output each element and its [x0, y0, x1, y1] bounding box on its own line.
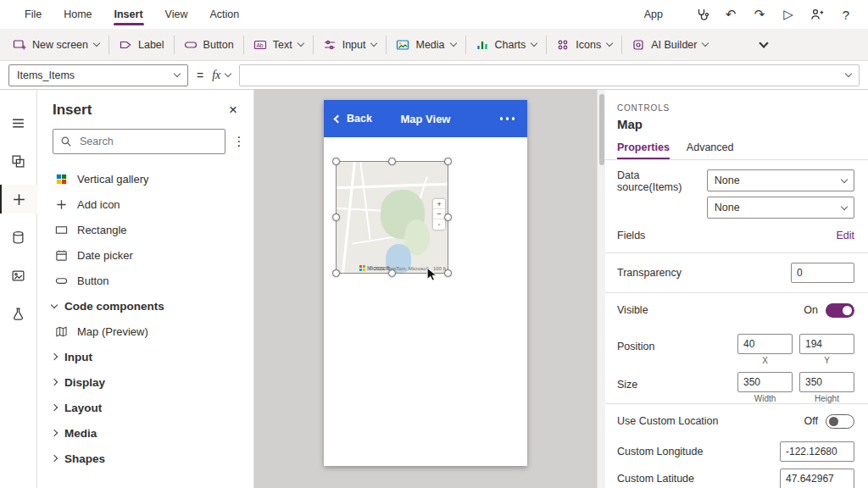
map-road [359, 162, 370, 240]
selection-handle-nw[interactable] [332, 158, 340, 165]
formula-expand-chevron-icon[interactable] [845, 70, 852, 77]
insert-panel-header: Insert × [37, 90, 253, 124]
data-source-select-2[interactable]: None [707, 197, 854, 219]
scrollbar-thumb[interactable] [599, 94, 604, 165]
insert-search-row: ⋮ [37, 124, 253, 163]
insert-item-add-icon[interactable]: Add icon [37, 191, 253, 217]
transparency-input[interactable] [791, 263, 854, 283]
rail-tree-view-item[interactable] [0, 147, 37, 175]
app-checker-icon[interactable] [688, 2, 715, 27]
more-options-icon[interactable]: ⋮ [231, 134, 247, 149]
rail-menu-item[interactable] [0, 108, 37, 137]
media-button[interactable]: Media [387, 29, 465, 60]
tree-view-icon [11, 154, 25, 169]
selection-handle-se[interactable] [444, 269, 452, 277]
selection-handle-w[interactable] [332, 214, 340, 221]
fields-edit-link[interactable]: Edit [836, 230, 854, 241]
menu-action[interactable]: Action [198, 0, 250, 29]
app-screen-preview[interactable]: Map View Back [324, 100, 527, 466]
visible-state-label: On [804, 304, 818, 316]
insert-plus-icon [12, 192, 26, 207]
left-rail [0, 90, 37, 488]
label-button[interactable]: Label [109, 29, 174, 60]
size-height-input[interactable] [799, 372, 854, 392]
menu-view[interactable]: View [154, 0, 199, 29]
more-dots-icon[interactable] [498, 112, 517, 125]
back-button[interactable]: Back [335, 113, 372, 125]
insert-item-vertical-gallery[interactable]: Vertical gallery [37, 166, 253, 191]
undo-icon[interactable]: ↶ [717, 2, 744, 27]
text-button[interactable]: Ab Text [244, 29, 313, 60]
rail-media-item[interactable] [0, 261, 37, 290]
insert-group-display[interactable]: Display [37, 369, 253, 395]
zoom-in-button[interactable]: + [433, 199, 445, 209]
insert-group-label: Layout [64, 402, 102, 414]
use-custom-location-row: Use Custom Location Off [605, 404, 868, 438]
data-source-select-1[interactable]: None [707, 169, 854, 191]
tab-advanced[interactable]: Advanced [687, 141, 734, 159]
icons-button[interactable]: Icons [547, 29, 621, 60]
ribbon-overflow-button[interactable] [751, 29, 776, 60]
canvas-scrollbar[interactable] [597, 90, 605, 488]
main-area: Insert × ⋮ Vertical gallery [0, 90, 868, 488]
menu-file[interactable]: File [14, 0, 53, 29]
insert-item-label: Button [77, 274, 109, 287]
selection-handle-e[interactable] [444, 214, 452, 221]
insert-group-code-components[interactable]: Code components [37, 293, 253, 319]
zoom-out-button[interactable]: − [433, 209, 445, 219]
insert-group-media[interactable]: Media [37, 420, 253, 446]
chevron-down-icon [841, 175, 848, 182]
size-height-sublabel: Height [815, 394, 839, 403]
chevron-right-icon [51, 353, 58, 360]
map-compass-button[interactable]: ◦ [433, 219, 445, 230]
rail-data-item[interactable] [0, 223, 37, 252]
map-zoom-control: + − ◦ [433, 199, 445, 230]
menu-insert[interactable]: Insert [103, 0, 154, 29]
size-width-input[interactable] [737, 372, 793, 392]
redo-icon[interactable]: ↷ [746, 2, 773, 27]
custom-longitude-input[interactable] [780, 441, 854, 462]
chevron-right-icon [51, 379, 58, 385]
formula-input[interactable] [239, 64, 860, 86]
selection-handle-ne[interactable] [444, 158, 452, 165]
insert-group-shapes[interactable]: Shapes [37, 446, 253, 471]
custom-latitude-input[interactable] [780, 469, 854, 488]
insert-item-map-preview[interactable]: Map (Preview) [37, 319, 253, 344]
close-icon[interactable]: × [223, 102, 243, 119]
fx-button[interactable]: fx [212, 69, 231, 82]
selection-handle-n[interactable] [388, 158, 396, 165]
search-input[interactable] [53, 129, 225, 154]
insert-item-rectangle[interactable]: Rectangle [37, 217, 253, 242]
help-icon[interactable]: ? [832, 2, 860, 27]
new-screen-button[interactable]: New screen [3, 29, 108, 60]
map-control-selection[interactable]: + − ◦ Microsoft © 2021 TomTom, Microsoft… [337, 162, 448, 273]
share-user-icon[interactable] [804, 2, 831, 27]
position-y-input[interactable] [799, 334, 854, 354]
use-custom-location-toggle[interactable]: Off [804, 414, 854, 429]
insert-group-input[interactable]: Input [37, 344, 253, 369]
size-row: Size Width Height [605, 365, 868, 403]
rail-advanced-tools-item[interactable] [0, 299, 37, 328]
design-canvas[interactable]: Map View Back [254, 90, 597, 488]
menu-home[interactable]: Home [53, 0, 103, 29]
rail-insert-item[interactable] [0, 185, 37, 214]
insert-item-label: Map (Preview) [77, 325, 148, 338]
position-x-input[interactable] [737, 334, 793, 354]
charts-button[interactable]: Charts [466, 29, 547, 60]
insert-item-date-picker[interactable]: Date picker [37, 242, 253, 268]
ai-builder-button[interactable]: AI Builder [622, 29, 717, 60]
selection-handle-sw[interactable] [332, 269, 340, 277]
insert-item-button[interactable]: Button [37, 268, 253, 293]
tab-properties[interactable]: Properties [617, 141, 670, 159]
property-selector[interactable]: Items_Items [8, 64, 188, 86]
insert-group-layout[interactable]: Layout [37, 395, 253, 420]
button-button[interactable]: Button [175, 29, 243, 60]
play-icon[interactable]: ▷ [775, 2, 802, 27]
selection-handle-s[interactable] [388, 269, 396, 277]
input-button[interactable]: Input [314, 29, 387, 60]
data-source-value-2: None [715, 202, 740, 214]
visible-toggle[interactable]: On [804, 303, 854, 318]
chevron-down-icon [297, 40, 303, 47]
plus-icon [53, 198, 69, 211]
map-control[interactable]: + − ◦ Microsoft © 2021 TomTom, Microsoft… [337, 162, 448, 273]
